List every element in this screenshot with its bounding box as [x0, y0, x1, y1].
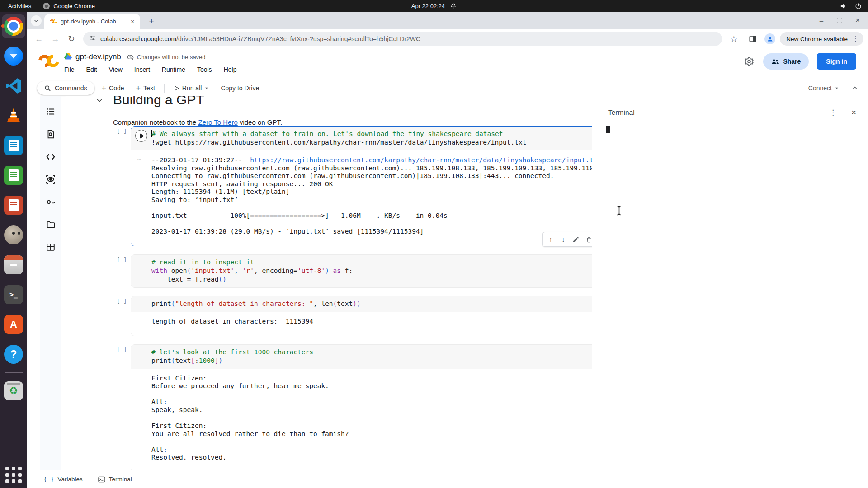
colab-logo[interactable]: [37, 54, 61, 70]
tab-close-icon[interactable]: ×: [128, 18, 137, 26]
zero-to-hero-link[interactable]: Zero To Hero: [198, 118, 237, 126]
bottom-bar: { } Variables Terminal: [27, 470, 868, 488]
menu-file[interactable]: File: [64, 66, 75, 73]
find-replace-icon[interactable]: [45, 128, 57, 140]
tab-title: gpt-dev.ipynb - Colab: [61, 18, 125, 25]
code-cell-3[interactable]: [ ]print("length of dataset in character…: [131, 296, 592, 336]
edit-icon[interactable]: [570, 234, 582, 245]
address-bar[interactable]: colab.research.google.com/drive/1JMLa53H…: [83, 32, 722, 46]
markdown-heading: Building a GPT: [113, 96, 592, 108]
dock-gimp-icon[interactable]: [2, 223, 25, 247]
power-icon[interactable]: [855, 3, 862, 9]
dock-files-icon[interactable]: [2, 253, 25, 277]
bookmark-star-icon[interactable]: ☆: [726, 32, 741, 46]
new-tab-button[interactable]: +: [146, 15, 157, 27]
code-editor[interactable]: # We always start with a dataset to trai…: [131, 127, 592, 150]
settings-gear-icon[interactable]: [743, 56, 755, 67]
menu-tools[interactable]: Tools: [197, 66, 212, 73]
dock-trash-icon[interactable]: ♻: [2, 379, 25, 403]
menu-view[interactable]: View: [109, 66, 123, 73]
variables-button[interactable]: { } Variables: [38, 472, 88, 487]
connect-button[interactable]: Connect: [804, 81, 844, 95]
focused-app-menu[interactable]: Google Chrome: [43, 3, 95, 9]
window-close-button[interactable]: ×: [852, 14, 863, 26]
output-options-icon[interactable]: ⋯: [137, 156, 142, 164]
output-line: [151, 414, 592, 422]
run-cell-button[interactable]: [135, 130, 147, 142]
terminal-menu-icon[interactable]: ⋮: [826, 108, 840, 117]
copy-to-drive-button[interactable]: Copy to Drive: [216, 81, 264, 95]
code-line: text = f.read(): [151, 275, 592, 284]
plus-icon: +: [136, 84, 141, 93]
dock-vlc-icon[interactable]: [2, 104, 25, 127]
menu-help[interactable]: Help: [224, 66, 237, 73]
site-controls-icon[interactable]: [89, 34, 96, 43]
add-text-button[interactable]: + Text: [132, 81, 160, 95]
execution-count: [ ]: [117, 256, 127, 263]
files-folder-icon[interactable]: [45, 219, 57, 230]
table-icon[interactable]: [45, 241, 57, 253]
code-line: !wget https://raw.githubusercontent.com/…: [151, 138, 592, 147]
terminal-cursor: [606, 126, 610, 133]
code-cell-1[interactable]: [ ]# We always start with a dataset to t…: [131, 126, 592, 246]
panel-divider[interactable]: [592, 96, 598, 470]
dock-vscode-icon[interactable]: [2, 74, 25, 98]
dock-app-grid-icon[interactable]: [2, 465, 25, 488]
side-panel-icon[interactable]: [745, 32, 760, 46]
section-collapse-icon[interactable]: [96, 97, 103, 104]
output-line: input.txt 100%[==================>] 1.06…: [151, 212, 592, 220]
code-snippets-icon[interactable]: [45, 151, 57, 163]
activities-button[interactable]: Activities: [8, 3, 31, 9]
terminal-close-icon[interactable]: ×: [851, 108, 856, 117]
secrets-key-icon[interactable]: [45, 196, 57, 208]
share-button[interactable]: Share: [763, 53, 809, 70]
browser-menu-icon[interactable]: ⋮: [849, 35, 862, 43]
commands-button[interactable]: Commands: [37, 81, 94, 95]
code-cell-2[interactable]: [ ]# read it in to inspect itwith open('…: [131, 254, 592, 288]
sign-in-button[interactable]: Sign in: [817, 53, 856, 70]
toc-icon[interactable]: [45, 106, 57, 117]
profile-avatar[interactable]: [764, 33, 775, 44]
dock-libreoffice-impress-icon[interactable]: [2, 193, 25, 217]
move-down-icon[interactable]: ↓: [557, 234, 569, 245]
code-editor[interactable]: # read it in to inspect itwith open('inp…: [131, 255, 592, 287]
dock-thunderbird-icon[interactable]: [2, 44, 25, 68]
back-button[interactable]: ←: [32, 32, 46, 46]
search-icon: [44, 85, 51, 92]
browser-tab[interactable]: gpt-dev.ipynb - Colab ×: [44, 14, 140, 29]
add-code-button[interactable]: + Code: [97, 81, 129, 95]
dock-terminal-icon[interactable]: >_: [2, 283, 25, 306]
dock-chrome-icon[interactable]: [2, 14, 25, 38]
menu-edit[interactable]: Edit: [86, 66, 97, 73]
collapse-header-icon[interactable]: [852, 85, 858, 91]
code-editor[interactable]: # let's look at the first 1000 character…: [131, 345, 592, 369]
tab-search-button[interactable]: [31, 15, 42, 26]
output-line: --2023-01-17 01:39:27-- https://raw.gith…: [151, 156, 592, 164]
menu-runtime[interactable]: Runtime: [162, 66, 185, 73]
dock-libreoffice-calc-icon[interactable]: [2, 164, 25, 187]
volume-icon[interactable]: [840, 3, 847, 9]
code-editor[interactable]: print("length of dataset in characters: …: [131, 296, 592, 312]
dock-libreoffice-writer-icon[interactable]: [2, 134, 25, 157]
notebook-area: Building a GPT Companion notebook to the…: [62, 96, 592, 470]
reload-button[interactable]: ↻: [64, 32, 79, 46]
notebook-title[interactable]: gpt-dev.ipynb: [75, 52, 121, 61]
dock-help-icon[interactable]: ?: [2, 343, 25, 366]
notebook-scroll[interactable]: Building a GPT Companion notebook to the…: [62, 96, 592, 470]
delete-icon[interactable]: [583, 234, 592, 245]
output-line: 2023-01-17 01:39:28 (29.0 MB/s) - ‘input…: [151, 228, 592, 236]
move-up-icon[interactable]: ↑: [545, 234, 557, 245]
run-all-button[interactable]: Run all: [169, 81, 214, 95]
menu-insert[interactable]: Insert: [134, 66, 150, 73]
window-maximize-button[interactable]: [834, 14, 845, 26]
clock[interactable]: Apr 22 02:24: [411, 3, 445, 9]
chrome-update-chip[interactable]: New Chrome available ⋮: [780, 32, 863, 46]
scan-eye-icon[interactable]: [45, 174, 57, 185]
output-line: All:: [151, 446, 592, 454]
dock-ubuntu-software-icon[interactable]: A: [2, 313, 25, 336]
save-status: Changes will not be saved: [127, 54, 206, 61]
terminal-bottom-button[interactable]: Terminal: [93, 472, 137, 487]
forward-button[interactable]: →: [48, 32, 62, 46]
window-minimize-button[interactable]: –: [816, 14, 827, 26]
code-cell-4[interactable]: [ ]# let's look at the first 1000 charac…: [131, 344, 592, 470]
